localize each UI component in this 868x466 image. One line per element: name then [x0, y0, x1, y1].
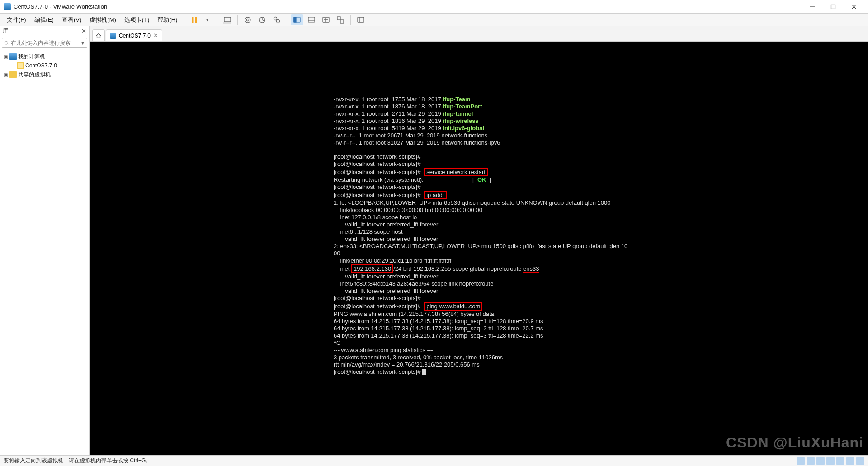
ls-perm: -rwxr-xr-x. 1 root root 2711 Mar 29 2019	[334, 110, 443, 117]
terminal-line: [root@localhost network-scripts]#	[334, 184, 420, 190]
ls-perm: -rw-r--r--. 1 root root 20671 Mar 29 201…	[334, 132, 441, 139]
device-icon[interactable]	[797, 457, 805, 465]
terminal-line: Restarting network (via systemctl):	[334, 176, 424, 183]
terminal-prompt: [root@localhost network-scripts]#	[334, 192, 420, 198]
fullscreen-button[interactable]	[320, 14, 332, 25]
tree-vm-centos[interactable]: CentOS7.7-0	[0, 61, 89, 70]
home-tab[interactable]	[92, 29, 105, 41]
menu-edit[interactable]: 编辑(E)	[30, 14, 58, 25]
ls-perm: -rwxr-xr-x. 1 root root 5419 Mar 29 2019	[334, 125, 443, 132]
terminal-prompt: [root@localhost network-scripts]#	[334, 303, 420, 310]
view-console-button[interactable]	[291, 14, 303, 25]
ls-name: network-functions	[441, 132, 487, 139]
terminal-block: PING www.a.shifen.com (14.215.177.38) 56…	[334, 311, 543, 368]
command-highlight: service network restart	[424, 168, 488, 176]
expand-icon[interactable]: ▣	[3, 72, 8, 77]
vm-tab-centos[interactable]: CentOS7.7-0 ✕	[106, 29, 162, 41]
vm-icon	[17, 62, 24, 69]
ls-name: init.ipv6-global	[443, 125, 484, 132]
unity-button[interactable]	[334, 14, 347, 25]
ls-perm: -rwxr-xr-x. 1 root root 1836 Mar 29 2019	[334, 118, 443, 124]
svg-point-8	[245, 17, 250, 23]
tree-shared-vms[interactable]: ▣ 共享的虚拟机	[0, 70, 89, 79]
terminal-line: [root@localhost network-scripts]#	[334, 295, 420, 301]
command-highlight: ping www.baidu.com	[424, 302, 482, 311]
svg-rect-15	[308, 17, 315, 22]
search-dropdown-icon[interactable]: ▼	[80, 41, 85, 46]
svg-rect-20	[358, 17, 364, 22]
device-icon[interactable]	[836, 457, 844, 465]
window-title: CentOS7.7-0 - VMware Workstation	[14, 3, 802, 10]
power-dropdown[interactable]: ▼	[201, 14, 213, 25]
menu-help[interactable]: 帮助(H)	[153, 14, 181, 25]
svg-rect-1	[831, 5, 835, 9]
ls-perm: -rwxr-xr-x. 1 root root 1876 Mar 18 2017	[334, 103, 443, 110]
vm-tab-close-button[interactable]: ✕	[153, 32, 158, 39]
ls-name: ifup-TeamPort	[443, 103, 482, 110]
pause-vm-button[interactable]	[188, 14, 201, 25]
ls-perm: -rw-r--r--. 1 root root 31027 Mar 29 201…	[334, 139, 441, 146]
vm-tab-label: CentOS7.7-0	[119, 33, 151, 39]
status-hint: 要将输入定向到该虚拟机，请在虚拟机内部单击或按 Ctrl+G。	[4, 457, 797, 465]
expand-icon[interactable]: ▣	[3, 54, 8, 59]
shared-icon	[9, 71, 17, 78]
command-highlight: ip addr	[424, 191, 447, 199]
close-button[interactable]	[844, 0, 864, 14]
status-device-icons	[797, 457, 864, 465]
svg-point-12	[277, 19, 280, 23]
svg-rect-5	[195, 17, 197, 23]
menu-vm[interactable]: 虚拟机(M)	[85, 14, 120, 25]
library-close-button[interactable]: ✕	[81, 28, 86, 34]
cursor	[422, 369, 426, 375]
device-icon[interactable]	[856, 457, 864, 465]
menu-file[interactable]: 文件(F)	[3, 14, 30, 25]
library-tree: ▣ 我的计算机 CentOS7.7-0 ▣ 共享的虚拟机	[0, 50, 89, 455]
svg-point-11	[274, 17, 277, 20]
separator	[287, 15, 287, 25]
statusbar: 要将输入定向到该虚拟机，请在虚拟机内部单击或按 Ctrl+G。	[0, 455, 868, 466]
ok-bracket: [	[472, 176, 477, 183]
svg-point-22	[5, 41, 8, 44]
library-search-input[interactable]	[9, 40, 80, 46]
terminal-block: 1: lo: <LOOPBACK,UP,LOWER_UP> mtu 65536 …	[334, 199, 627, 264]
snapshot-button[interactable]	[241, 14, 254, 25]
tree-root-my-computer[interactable]: ▣ 我的计算机	[0, 52, 89, 61]
revert-snapshot-button[interactable]	[256, 14, 269, 25]
ls-name: ifup-Team	[443, 96, 470, 103]
computer-icon	[9, 53, 17, 60]
ok-text: OK	[477, 176, 486, 183]
vm-console[interactable]: -rwxr-xr-x. 1 root root 1755 Mar 18 2017…	[90, 42, 868, 455]
separator	[350, 15, 351, 25]
ls-name: network-functions-ipv6	[441, 139, 500, 146]
tree-label: CentOS7.7-0	[25, 62, 57, 69]
window-titlebar: CentOS7.7-0 - VMware Workstation	[0, 0, 868, 14]
app-icon	[4, 3, 11, 10]
tree-label: 共享的虚拟机	[18, 71, 51, 79]
send-ctrl-alt-del-button[interactable]	[221, 14, 234, 25]
snapshot-manager-button[interactable]	[270, 14, 283, 25]
ls-name: ifup-wireless	[443, 118, 478, 124]
library-toggle-button[interactable]	[354, 14, 367, 25]
menubar: 文件(F) 编辑(E) 查看(V) 虚拟机(M) 选项卡(T) 帮助(H) ▼	[0, 14, 868, 26]
tree-label: 我的计算机	[18, 53, 45, 61]
device-icon[interactable]	[816, 457, 825, 465]
menu-view[interactable]: 查看(V)	[58, 14, 85, 25]
view-thumbnail-button[interactable]	[305, 14, 318, 25]
device-icon[interactable]	[807, 457, 815, 465]
minimize-button[interactable]	[802, 0, 823, 14]
maximize-button[interactable]	[823, 0, 844, 14]
ip-highlight: 192.168.2.130	[351, 264, 393, 273]
svg-rect-14	[294, 17, 296, 22]
separator	[237, 15, 238, 25]
library-search: ▼	[0, 36, 89, 50]
device-icon[interactable]	[826, 457, 835, 465]
separator	[184, 15, 184, 25]
search-icon	[4, 40, 9, 46]
menu-tabs[interactable]: 选项卡(T)	[120, 14, 154, 25]
device-icon[interactable]	[846, 457, 854, 465]
library-search-box[interactable]: ▼	[2, 38, 87, 48]
ls-perm: -rwxr-xr-x. 1 root root 1755 Mar 18 2017	[334, 96, 443, 103]
terminal-block: valid_lft forever preferred_lft forever …	[334, 273, 495, 294]
svg-line-23	[8, 44, 9, 45]
svg-rect-4	[192, 17, 194, 23]
